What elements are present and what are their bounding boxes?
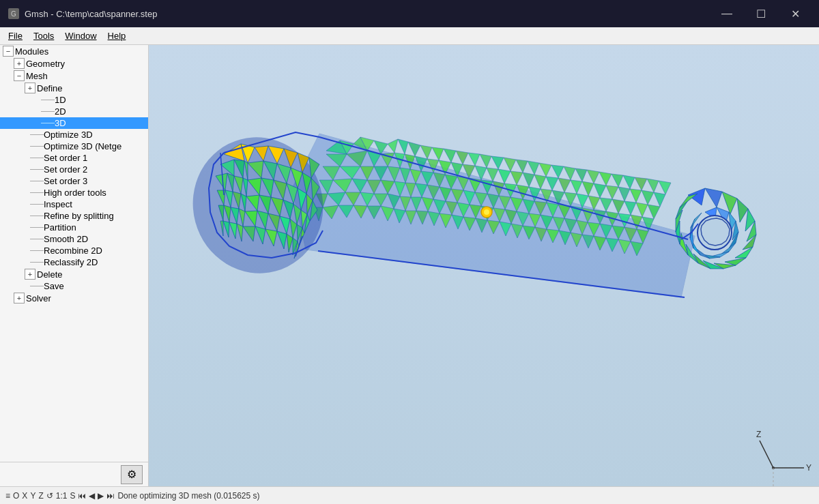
settings-button[interactable]: ⚙ [121,465,143,484]
status-scale: 1:1 [56,491,68,501]
tree-label-highordertools: High order tools [44,188,106,198]
viewport[interactable]: Z Y [149,45,819,486]
tree-item-optimize3d[interactable]: Optimize 3D [0,129,148,140]
tree-label-2d: 2D [55,106,66,117]
leaf-line-optimize3dnetgen [25,146,44,147]
tree-label-modules: Modules [15,46,48,57]
status-z: Z [38,491,43,501]
leaf-line-highordertools [25,192,44,193]
status-nav-start[interactable]: ⏮ [78,491,86,501]
tree-label-refinebysplitting: Refine by splitting [44,211,114,221]
tree-label-geometry: Geometry [26,59,65,69]
tree-item-setorder3[interactable]: Set order 3 [0,175,148,187]
close-button[interactable]: ✕ [779,3,811,25]
leaf-line-recombine2d [25,250,44,251]
menubar: File Tools Window Help [0,27,819,45]
tree-label-save: Save [44,281,64,291]
expander-delete[interactable]: + [25,269,35,280]
titlebar: G Gmsh - C:\temp\cad\spanner.step — ☐ ✕ [0,0,819,27]
tree-item-highordertools[interactable]: High order tools [0,187,148,198]
status-icons: ≡ [5,491,10,501]
tree-item-optimize3dnetgen[interactable]: Optimize 3D (Netge [0,140,148,152]
menu-file[interactable]: File [3,29,28,42]
tree-label-delete: Delete [37,269,63,280]
svg-text:Z: Z [756,430,761,439]
sidebar-bottom-bar: ⚙ [0,462,149,486]
tree-item-solver[interactable]: + Solver [0,292,148,304]
titlebar-controls: — ☐ ✕ [711,3,811,25]
leaf-line-2d [35,111,55,112]
status-nav-prev[interactable]: ◀ [89,491,95,501]
menu-window[interactable]: Window [59,29,102,42]
tree-item-define[interactable]: + Define [0,82,148,94]
status-nav-next[interactable]: ▶ [98,491,104,501]
tree-item-mesh[interactable]: − Mesh [0,70,148,82]
tree-item-setorder1[interactable]: Set order 1 [0,152,148,164]
status-nav-end[interactable]: ⏭ [106,491,115,501]
tree-item-inspect[interactable]: Inspect [0,198,148,210]
titlebar-title: Gmsh - C:\temp\cad\spanner.step [25,9,157,19]
tree-label-reclassify2d: Reclassify 2D [44,257,98,267]
mesh-viewport-svg: Z Y [149,45,819,486]
titlebar-left: G Gmsh - C:\temp\cad\spanner.step [8,8,157,19]
main-layout: − Modules + Geometry − Mesh + Define 1D … [0,45,819,486]
expander-define[interactable]: + [25,83,35,93]
svg-text:Y: Y [806,463,811,473]
tree-item-delete[interactable]: + Delete [0,268,148,280]
leaf-line-refinebysplitting [25,216,44,216]
status-o: O [13,491,19,501]
expander-geometry[interactable]: + [14,58,25,69]
tree-item-smooth2d[interactable]: Smooth 2D [0,233,148,245]
expander-solver[interactable]: + [14,293,25,303]
tree-label-inspect: Inspect [44,199,72,209]
tree-label-solver: Solver [26,293,51,303]
status-y: Y [30,491,35,501]
leaf-line-setorder2 [25,169,44,170]
tree-label-3d: 3D [55,118,66,128]
expander-modules[interactable]: − [3,46,14,57]
svg-marker-259 [701,218,730,246]
tree-label-setorder2: Set order 2 [44,164,87,175]
tree-item-2d[interactable]: 2D [0,106,148,117]
tree-item-modules[interactable]: − Modules [0,45,148,57]
leaf-line-setorder3 [25,181,44,181]
leaf-line-optimize3d [25,134,44,135]
status-rotate: ↺ [46,491,53,501]
tree-label-mesh: Mesh [26,71,48,81]
leaf-line-1d [35,100,55,100]
tree-label-setorder3: Set order 3 [44,176,87,186]
leaf-line-3d [35,123,55,123]
tree-label-recombine2d: Recombine 2D [44,246,102,256]
statusbar: ≡ O X Y Z ↺ 1:1 S ⏮ ◀ ▶ ⏭ Done optimizin… [0,486,819,504]
sidebar: − Modules + Geometry − Mesh + Define 1D … [0,45,149,486]
leaf-line-smooth2d [25,239,44,239]
leaf-line-setorder1 [25,158,44,158]
tree-item-setorder2[interactable]: Set order 2 [0,164,148,175]
status-x: X [22,491,27,501]
menu-help[interactable]: Help [102,29,132,42]
svg-point-261 [484,209,489,215]
minimize-button[interactable]: — [711,3,743,25]
tree-label-1d: 1D [55,95,66,105]
tree-item-1d[interactable]: 1D [0,94,148,106]
maximize-button[interactable]: ☐ [745,3,777,25]
tree-label-optimize3dnetgen: Optimize 3D (Netge [44,141,121,151]
menu-tools[interactable]: Tools [28,29,59,42]
status-text: Done optimizing 3D mesh (0.015625 s) [117,491,259,501]
tree-item-reclassify2d[interactable]: Reclassify 2D [0,256,148,268]
leaf-line-inspect [25,204,44,205]
tree-item-3d[interactable]: 3D [0,117,148,129]
tree-item-save[interactable]: Save [0,280,148,292]
tree-label-optimize3d: Optimize 3D [44,130,93,140]
leaf-line-save [25,286,44,286]
tree-label-smooth2d: Smooth 2D [44,234,88,244]
tree-item-recombine2d[interactable]: Recombine 2D [0,245,148,256]
tree-item-geometry[interactable]: + Geometry [0,57,148,70]
leaf-line-partition [25,227,44,228]
expander-mesh[interactable]: − [14,70,25,81]
leaf-line-reclassify2d [25,262,44,263]
tree-item-partition[interactable]: Partition [0,222,148,233]
tree-item-refinebysplitting[interactable]: Refine by splitting [0,210,148,222]
tree-label-define: Define [37,83,63,93]
app-icon: G [8,8,19,19]
